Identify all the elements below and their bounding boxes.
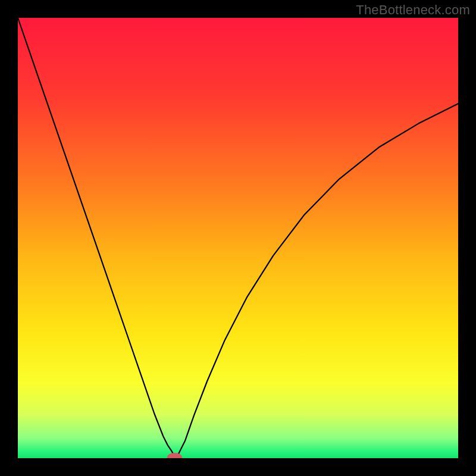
watermark-text: TheBottleneck.com — [356, 2, 470, 18]
plot-area — [18, 18, 458, 458]
chart-svg — [18, 18, 458, 458]
gradient-background — [18, 18, 458, 458]
chart-frame: TheBottleneck.com — [0, 0, 476, 476]
